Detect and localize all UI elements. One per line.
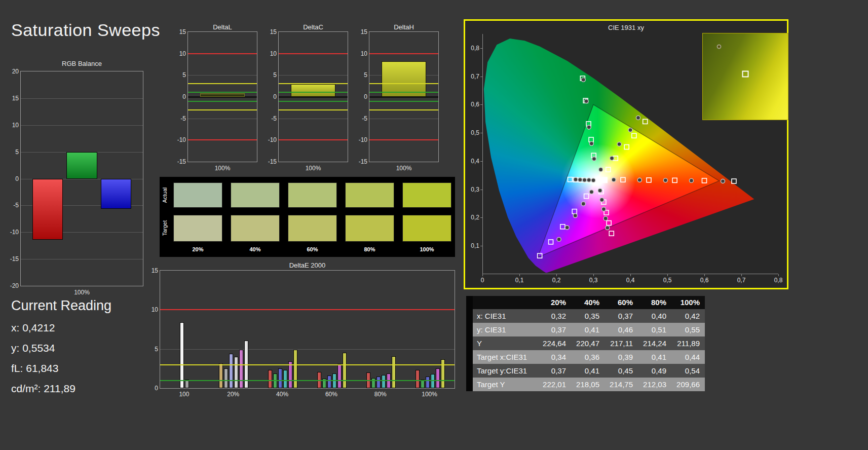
table-row: Target Y222,01218,05214,75212,03209,66 [466, 378, 705, 391]
saturation-swatches: ActualTarget20%40%60%80%100% [160, 177, 455, 257]
target-row-label: Target [162, 213, 168, 243]
reference-line [188, 83, 257, 84]
deltae-bar [278, 368, 282, 388]
target-swatch [402, 215, 451, 242]
target-point [589, 137, 593, 142]
inset-target-point [742, 70, 749, 77]
x-tick-label: 0,4 [623, 277, 638, 284]
current-reading: Current Reading x: 0,4212 y: 0,5534 fL: … [11, 298, 111, 403]
measured-point [598, 189, 602, 193]
y-tick-label: -10 [4, 229, 19, 236]
deltae-bar [293, 350, 297, 388]
delta-e-chart: 151050 [160, 270, 455, 389]
table-value: 0,41 [571, 364, 605, 378]
delta-l-xlabel: 100% [187, 165, 257, 172]
y-tick-label: 15 [143, 267, 158, 274]
x-tick-label: 100 [169, 391, 199, 398]
table-value: 222,01 [538, 378, 571, 391]
deltae-bar [219, 363, 223, 388]
target-point [702, 178, 707, 183]
column-header: 80% [638, 296, 671, 309]
delta-c-chart: 151050-5-10-15 [278, 31, 348, 162]
table-row: Target y:CIE310,370,410,450,490,54 [466, 364, 705, 378]
x-tick-label: 100% [414, 391, 445, 398]
x-tick-label: 0,1 [512, 277, 527, 284]
deltae-bar [229, 354, 233, 388]
column-header: 60% [605, 296, 638, 309]
deltae-bar [327, 376, 331, 388]
measured-point [663, 178, 667, 182]
table-value: 0,39 [605, 350, 638, 364]
measured-point [617, 142, 621, 146]
row-marker-cell [466, 309, 473, 323]
reading-fl-label: fL: [11, 362, 23, 374]
y-tick-label: 10 [4, 122, 19, 129]
y-tick-label: 5 [4, 148, 19, 156]
reading-cdm2-label: cd/m²: [11, 383, 41, 394]
table-value: 0,45 [605, 364, 638, 378]
reference-line [188, 109, 257, 110]
y-tick-label: 10 [143, 306, 158, 313]
delta-e-xlabels: 10020%40%60%80%100% [160, 391, 455, 399]
measured-point [581, 202, 585, 206]
reference-line [279, 101, 348, 102]
reading-fl: fL: 61,843 [11, 362, 111, 374]
table-value: 0,36 [571, 350, 605, 364]
target-point [643, 119, 648, 124]
target-swatch [173, 215, 222, 242]
target-swatch [345, 215, 394, 242]
y-tick-label: -15 [4, 255, 19, 262]
y-tick-label: -10 [261, 136, 277, 143]
reference-line [188, 92, 257, 93]
row-marker-cell [466, 323, 473, 336]
table-value: 0,35 [571, 309, 605, 323]
reference-line [369, 139, 438, 140]
x-tick [593, 274, 594, 276]
reference-line [369, 101, 438, 102]
reference-line [160, 309, 455, 310]
y-tick-label: 5 [143, 346, 158, 353]
reference-line [369, 109, 438, 110]
measured-point [612, 178, 616, 182]
measured-point [589, 190, 593, 194]
swatch-column-label: 100% [402, 246, 451, 252]
table-value: 0,32 [538, 309, 571, 323]
deltae-bar [441, 359, 445, 388]
reference-line [369, 92, 438, 93]
measured-point [578, 178, 582, 182]
x-tick [667, 274, 668, 276]
table-value: 212,03 [638, 378, 671, 391]
table-value: 0,42 [671, 309, 705, 323]
row-label: x: CIE31 [473, 309, 538, 323]
table-row: y: CIE310,370,410,460,510,55 [466, 323, 705, 336]
target-point [647, 178, 651, 182]
table-value: 217,11 [605, 336, 638, 350]
reading-cdm2: cd/m²: 211,89 [11, 383, 111, 395]
table-value: 0,41 [571, 323, 605, 336]
deltae-bar [337, 364, 342, 388]
rgb-balance-title: RGB Balance [20, 60, 143, 67]
table-value: 0,37 [538, 323, 571, 336]
table-row: Y224,64220,47217,11214,24211,89 [466, 336, 705, 350]
y-tick-label: -15 [352, 158, 367, 165]
y-tick-label: -10 [352, 136, 367, 143]
swatch-column-label: 60% [288, 246, 337, 252]
y-tick-label: 5 [261, 71, 277, 79]
y-tick-label: 0,1 [464, 242, 479, 249]
deltae-bar [426, 377, 430, 388]
y-tick-label: 0,5 [464, 129, 479, 136]
x-tick-label: 0,7 [734, 277, 749, 284]
target-point [624, 145, 629, 149]
rgb-bar-red [32, 179, 63, 240]
row-marker-cell [466, 350, 473, 364]
target-point [732, 179, 736, 183]
measured-point [601, 207, 606, 211]
table-value: 214,24 [638, 336, 671, 350]
y-tick-label: 10 [171, 50, 186, 57]
table-value: 0,49 [638, 364, 671, 378]
rgb-balance-chart: 20151050-5-10-15-20 [20, 71, 143, 286]
measured-point [606, 226, 610, 230]
y-tick-label: -5 [171, 115, 186, 122]
swatch-column-label: 40% [231, 246, 280, 252]
deltae-bar [392, 356, 396, 388]
